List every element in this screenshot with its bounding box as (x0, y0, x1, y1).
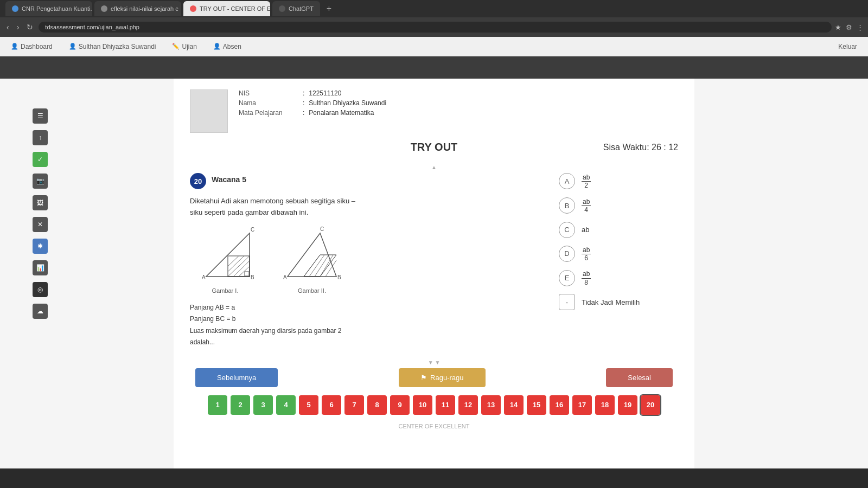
question-grid-item-5[interactable]: 5 (299, 395, 318, 415)
scroll-down-indicator: ▼ ▼ (190, 359, 678, 365)
ragu-label: Ragu-ragu (430, 374, 463, 382)
extension-icon[interactable]: ⚙ (846, 23, 852, 31)
diagram-2: A B C Gambar II. (277, 225, 347, 294)
question-header: 20 Wacana 5 (190, 173, 548, 189)
footer-text: CENTER OF EXCELLENT (190, 423, 678, 429)
exam-container: NIS : 122511120 Nama : Sulthan Dhiyazka … (174, 79, 694, 468)
nis-label: NIS (239, 89, 298, 97)
back-button[interactable]: ‹ (4, 22, 11, 33)
ragu-icon: ⚑ (420, 374, 427, 382)
sidebar-icon-7[interactable]: ✱ (33, 239, 48, 254)
mapel-row: Mata Pelajaran : Penalaran Matematika (239, 109, 678, 117)
tab-efleksi[interactable]: efleksi nilai-nilai sejarah c (94, 1, 181, 16)
tab-label-chatgpt: ChatGPT (289, 5, 314, 12)
question-grid-item-3[interactable]: 3 (253, 395, 273, 415)
tab-add-button[interactable]: + (322, 4, 336, 14)
sidebar-icon-3[interactable]: ✓ (33, 152, 48, 167)
sidebar-icon-1[interactable]: ☰ (33, 108, 48, 124)
nav-user-label: Sulthan Dhiyazka Suwandi (79, 43, 156, 50)
answer-option-c[interactable]: C ab (559, 222, 678, 238)
svg-line-5 (228, 256, 250, 277)
forward-button[interactable]: › (15, 22, 22, 33)
nama-label: Nama (239, 99, 298, 107)
fraction-a-num: ab (582, 174, 591, 182)
answer-option-b[interactable]: B ab 4 (559, 197, 678, 214)
question-grid-item-11[interactable]: 11 (436, 395, 455, 415)
info-line-3: Luas maksimum daerah yang diarsis pada g… (190, 325, 548, 337)
sidebar-icon-4[interactable]: 📷 (33, 174, 48, 189)
tab-icon-cnr (12, 5, 18, 12)
sidebar-icon-5[interactable]: 🖼 (33, 195, 48, 210)
site-nav: 👤 Dashboard 👤 Sulthan Dhiyazka Suwandi ✏… (0, 37, 868, 56)
tab-icon-tryout (190, 5, 196, 12)
answer-option-none[interactable]: - Tidak Jadi Memilih (559, 294, 678, 310)
question-grid-item-18[interactable]: 18 (595, 395, 615, 415)
question-grid-item-10[interactable]: 10 (413, 395, 432, 415)
sidebar-icon-2[interactable]: ↑ (33, 130, 48, 145)
exam-header: TRY OUT Sisa Waktu: 26 : 12 (190, 141, 678, 153)
question-grid-item-15[interactable]: 15 (527, 395, 546, 415)
nav-dashboard[interactable]: 👤 Dashboard (11, 43, 53, 50)
sidebar-icon-8[interactable]: 📊 (33, 260, 48, 275)
keluar-button[interactable]: Keluar (838, 43, 857, 50)
selesai-button[interactable]: Selesai (606, 368, 673, 387)
tab-chatgpt[interactable]: ChatGPT (272, 1, 320, 16)
answer-dash: - (559, 294, 575, 310)
refresh-button[interactable]: ↻ (24, 22, 35, 33)
question-grid-item-7[interactable]: 7 (344, 395, 364, 415)
question-grid-item-16[interactable]: 16 (550, 395, 569, 415)
svg-text:B: B (337, 274, 341, 280)
question-grid-item-19[interactable]: 19 (618, 395, 637, 415)
bookmark-icon[interactable]: ★ (835, 23, 841, 31)
question-grid-item-8[interactable]: 8 (367, 395, 387, 415)
question-grid-item-20[interactable]: 20 (641, 395, 660, 415)
question-grid-item-1[interactable]: 1 (208, 395, 227, 415)
left-sidebar: ☰ ↑ ✓ 📷 🖼 ✕ ✱ 📊 ◎ ☁ (33, 108, 48, 319)
nav-user[interactable]: 👤 Sulthan Dhiyazka Suwandi (69, 43, 156, 50)
tab-icon-chatgpt (279, 5, 285, 12)
question-grid: 1234567891011121314151617181920 (190, 395, 678, 415)
question-grid-item-12[interactable]: 12 (458, 395, 478, 415)
svg-text:C: C (320, 226, 324, 232)
question-grid-item-9[interactable]: 9 (390, 395, 410, 415)
answer-text-c: ab (582, 226, 589, 234)
answer-option-a[interactable]: A ab 2 (559, 173, 678, 190)
nav-ujian[interactable]: ✏️ Ujian (172, 43, 196, 50)
address-input[interactable] (39, 22, 832, 33)
menu-icon[interactable]: ⋮ (857, 23, 864, 31)
question-grid-item-17[interactable]: 17 (572, 395, 592, 415)
tab-tryout[interactable]: TRY OUT - CENTER OF E ✕ (183, 1, 270, 16)
tab-icon-efleksi (101, 5, 107, 12)
sidebar-icon-10[interactable]: ☁ (33, 304, 48, 319)
question-grid-item-14[interactable]: 14 (504, 395, 524, 415)
svg-line-16 (304, 255, 320, 277)
exam-title: TRY OUT (411, 141, 458, 153)
answer-text-b: ab 4 (582, 197, 591, 214)
question-grid-item-13[interactable]: 13 (481, 395, 501, 415)
ragu-button[interactable]: ⚑ Ragu-ragu (399, 368, 485, 387)
dashboard-icon: 👤 (11, 43, 18, 50)
nav-absen[interactable]: 👤 Absen (213, 43, 241, 50)
question-grid-item-6[interactable]: 6 (322, 395, 341, 415)
answer-option-d[interactable]: D ab 6 (559, 246, 678, 262)
question-grid-item-2[interactable]: 2 (231, 395, 250, 415)
svg-line-6 (228, 256, 239, 266)
svg-marker-15 (304, 255, 336, 277)
info-line-2: Panjang BC = b (190, 313, 548, 325)
nav-absen-label: Absen (223, 43, 241, 50)
tab-cnr[interactable]: CNR Pengetahuan Kuanti... (5, 1, 92, 16)
student-details: NIS : 122511120 Nama : Sulthan Dhiyazka … (239, 89, 678, 119)
svg-text:B: B (251, 274, 254, 280)
sidebar-icon-9[interactable]: ◎ (33, 282, 48, 297)
scroll-up-indicator: ▲ (190, 164, 678, 170)
question-text: Diketahui Adi akan memotong sebuah segit… (190, 196, 548, 219)
prev-button[interactable]: Sebelumnya (195, 368, 278, 387)
question-grid-item-4[interactable]: 4 (276, 395, 296, 415)
student-info: NIS : 122511120 Nama : Sulthan Dhiyazka … (190, 89, 678, 133)
answer-option-e[interactable]: E ab 8 (559, 269, 678, 286)
browser-icons: ★ ⚙ ⋮ (835, 23, 864, 31)
sidebar-icon-6[interactable]: ✕ (33, 217, 48, 232)
fraction-b-den: 4 (583, 206, 589, 214)
diagram-2-label: Gambar II. (298, 287, 326, 294)
fraction-e-num: ab (582, 270, 591, 278)
